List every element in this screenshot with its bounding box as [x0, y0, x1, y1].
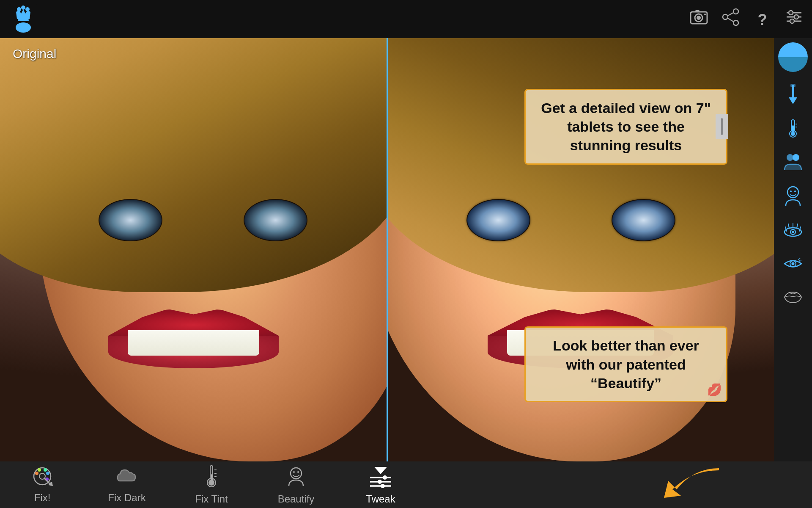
svg-point-2 [21, 6, 25, 10]
svg-rect-27 [790, 84, 796, 87]
svg-point-31 [791, 132, 795, 136]
fix-dark-button[interactable]: Fix Dark [85, 461, 169, 508]
eye-left-enhanced [466, 199, 530, 241]
tweak-button[interactable]: Tweak [338, 461, 423, 508]
eye-left [99, 199, 162, 241]
teeth-left [128, 330, 259, 356]
svg-point-54 [35, 472, 38, 475]
comparison-divider [387, 38, 388, 461]
hair-right [387, 38, 774, 292]
svg-line-51 [798, 260, 800, 261]
svg-point-69 [293, 471, 295, 473]
svg-point-64 [208, 480, 214, 486]
tooltip-top: Get a detailed view on 7" tablets to see… [524, 89, 727, 165]
sidebar-group-btn[interactable] [777, 146, 809, 178]
svg-point-57 [46, 472, 49, 475]
svg-line-45 [797, 224, 798, 228]
tweak-label: Tweak [366, 493, 395, 505]
bottom-toolbar: Fix! Fix Dark Fix Tint [0, 461, 812, 508]
sidebar-eye-btn[interactable] [777, 248, 809, 279]
help-icon[interactable]: ? [753, 8, 772, 30]
svg-point-53 [39, 473, 45, 479]
logo-area [8, 4, 38, 34]
fix-tint-button[interactable]: Fix Tint [169, 461, 254, 508]
sidebar-temperature-btn[interactable] [777, 112, 809, 144]
fix-label: Fix! [34, 492, 51, 504]
svg-point-77 [381, 484, 385, 488]
orange-arrow [643, 460, 727, 504]
svg-rect-5 [18, 19, 29, 21]
svg-point-14 [733, 20, 738, 25]
svg-marker-71 [374, 467, 387, 474]
beautify-label: Beautify [278, 493, 315, 505]
svg-point-34 [787, 154, 793, 161]
header: ? [0, 0, 812, 38]
fix-dark-label: Fix Dark [108, 492, 145, 504]
hair-left [0, 38, 387, 292]
fix-tint-icon [203, 465, 220, 491]
eye-right [244, 199, 307, 241]
svg-point-37 [790, 190, 792, 192]
settings-icon[interactable] [785, 8, 804, 30]
eye-icon [782, 255, 804, 272]
dropper-icon [785, 84, 801, 105]
right-sidebar [774, 38, 812, 461]
svg-marker-4 [16, 9, 30, 19]
svg-rect-7 [17, 24, 30, 28]
svg-line-43 [788, 224, 789, 228]
svg-point-55 [38, 468, 41, 472]
svg-point-13 [733, 9, 738, 14]
sidebar-face-btn[interactable] [777, 180, 809, 212]
share-icon[interactable] [721, 8, 740, 30]
app-logo [8, 4, 38, 34]
camera-icon[interactable] [689, 8, 708, 30]
svg-line-16 [728, 13, 733, 16]
sidebar-top-icon[interactable] [778, 42, 808, 72]
svg-point-56 [44, 468, 47, 472]
original-label: Original [13, 47, 56, 61]
eye-right-enhanced [612, 199, 675, 241]
svg-point-75 [383, 475, 387, 480]
face-icon [784, 185, 803, 207]
tooltip-top-text: Get a detailed view on 7" tablets to see… [538, 99, 713, 155]
svg-point-10 [697, 16, 701, 20]
sidebar-eyelash-btn[interactable] [777, 214, 809, 246]
original-image [0, 38, 387, 461]
eyelash-icon [782, 220, 804, 239]
svg-point-76 [378, 480, 382, 484]
tooltip-handle [716, 114, 728, 139]
svg-rect-11 [695, 10, 700, 12]
sidebar-lips-btn[interactable] [777, 282, 809, 313]
svg-point-24 [790, 19, 794, 23]
svg-marker-26 [789, 97, 797, 104]
svg-point-12 [704, 14, 706, 15]
svg-text:?: ? [758, 11, 767, 27]
header-icons: ? [689, 8, 804, 30]
svg-point-22 [789, 11, 793, 15]
group-icon [782, 152, 804, 171]
svg-point-23 [794, 15, 798, 19]
fix-icon [31, 466, 54, 490]
svg-point-41 [792, 231, 794, 233]
sidebar-lips-icon [782, 290, 804, 305]
svg-line-50 [799, 261, 801, 261]
lips-decoration-icon: 💋 [707, 383, 722, 397]
svg-point-48 [792, 262, 795, 265]
svg-point-35 [793, 154, 799, 161]
sidebar-dropper-btn[interactable] [777, 78, 809, 110]
tweak-icon [368, 465, 393, 491]
svg-line-17 [728, 18, 733, 22]
svg-point-15 [723, 14, 728, 19]
fix-tint-label: Fix Tint [195, 493, 228, 505]
tooltip-bottom: Look better than ever with our patented … [524, 326, 727, 402]
beautify-button[interactable]: Beautify [254, 461, 338, 508]
svg-point-38 [794, 190, 796, 192]
temperature-icon [785, 118, 801, 139]
tooltip-handle-bar [721, 118, 723, 135]
svg-point-70 [297, 471, 299, 473]
fix-button[interactable]: Fix! [0, 461, 85, 508]
main-image-area: Original Get a detailed view on 7" table… [0, 38, 774, 461]
tooltip-bottom-text: Look better than ever with our patented … [538, 336, 713, 392]
beautify-icon [285, 465, 307, 491]
fix-dark-icon [115, 466, 139, 490]
